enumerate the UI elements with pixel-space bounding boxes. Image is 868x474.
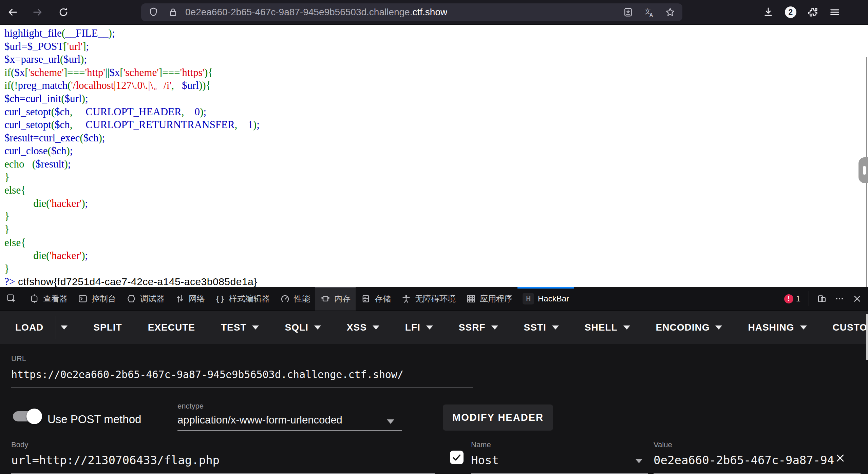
svg-text:{ }: { } [216, 295, 224, 303]
tab-style-editor[interactable]: { }样式编辑器 [210, 287, 275, 311]
caret-down-icon [252, 325, 259, 330]
pick-element-icon[interactable] [6, 293, 17, 304]
menu-label: SHELL [585, 322, 618, 333]
error-count-badge[interactable]: ! 1 [784, 294, 800, 303]
forward-icon[interactable] [32, 6, 43, 18]
content-scrollbar-thumb[interactable] [858, 157, 868, 183]
header-value-label: Value [654, 440, 672, 449]
tab-label: 性能 [294, 293, 310, 304]
tab-label: 应用程序 [480, 293, 512, 304]
enctype-label: enctype [177, 402, 204, 411]
code-line: curl_setopt($ch, CURLOPT_HEADER, 0); [4, 105, 868, 119]
url-text: 0e2ea660-2b65-467c-9a87-945e9b56503d.cha… [185, 7, 447, 18]
menu-lfi[interactable]: LFI [405, 322, 433, 333]
caret-down-icon [314, 325, 321, 330]
menu-execute[interactable]: EXECUTE [148, 322, 195, 333]
menu-ssti[interactable]: SSTI [524, 322, 559, 333]
code-line: $x=parse_url($url); [4, 53, 868, 66]
code-line: else{ [4, 236, 868, 250]
tab-console[interactable]: 控制台 [73, 287, 121, 311]
tab-performance[interactable]: 性能 [275, 287, 315, 311]
menu-label: SSRF [459, 322, 486, 333]
use-post-toggle[interactable] [13, 409, 42, 424]
code-line: curl_close($ch); [4, 144, 868, 158]
tab-label: HackBar [538, 294, 569, 303]
menu-test[interactable]: TEST [221, 322, 259, 333]
tab-label: 查看器 [43, 293, 68, 304]
extensions-puzzle-icon[interactable] [807, 6, 819, 18]
modify-header-button[interactable]: MODIFY HEADER [443, 404, 553, 431]
caret-down-icon [800, 325, 807, 330]
remove-header-icon[interactable] [834, 452, 846, 464]
responsive-mode-icon[interactable] [817, 294, 827, 303]
shield-icon[interactable] [148, 7, 159, 18]
devtools-tabbar: 查看器控制台调试器网络{ }样式编辑器性能内存存储无障碍环境应用程序HHackB… [0, 287, 868, 311]
menu-sqli[interactable]: SQLI [285, 322, 321, 333]
tab-storage[interactable]: 存储 [356, 287, 396, 311]
menu-label: LOAD [15, 322, 43, 333]
menu-custom[interactable]: CUSTOM [833, 322, 868, 333]
code-line: ?> ctfshow{fd7251d4-cae7-42ce-a145-ace3b… [4, 275, 868, 287]
application-icon [466, 294, 476, 304]
header-enabled-checkbox[interactable] [450, 451, 464, 464]
menu-divider [56, 316, 56, 339]
menu-encoding[interactable]: ENCODING [656, 322, 722, 333]
bookmark-star-icon[interactable] [665, 7, 676, 18]
code-line: } [4, 210, 868, 223]
menu-split[interactable]: SPLIT [93, 322, 122, 333]
menu-shell[interactable]: SHELL [585, 322, 630, 333]
save-page-icon[interactable] [623, 7, 634, 18]
url-input[interactable]: https://0e2ea660-2b65-467c-9a87-945e9b56… [11, 369, 403, 380]
menu-label: XSS [347, 322, 367, 333]
menu-load[interactable]: LOAD [15, 316, 68, 339]
code-line: if($x['scheme']==='http'||$x['scheme']==… [4, 66, 868, 79]
lock-icon[interactable] [168, 7, 178, 18]
tab-application[interactable]: 应用程序 [461, 287, 517, 311]
tab-label: 样式编辑器 [229, 293, 270, 304]
menu-hashing[interactable]: HASHING [748, 322, 807, 333]
tab-inspector[interactable]: 查看器 [24, 287, 73, 311]
tab-hackbar[interactable]: HHackBar [517, 287, 574, 311]
back-icon[interactable] [7, 6, 18, 18]
header-name-select[interactable]: Host [471, 453, 499, 467]
menu-label: TEST [221, 322, 247, 333]
reload-icon[interactable] [58, 6, 69, 18]
code-line: else{ [4, 184, 868, 197]
tab-label: 存储 [375, 293, 391, 304]
menu-hamburger-icon[interactable] [829, 6, 841, 18]
tab-accessibility[interactable]: 无障碍环境 [396, 287, 461, 311]
browser-toolbar: 0e2ea660-2b65-467c-9a87-945e9b56503d.cha… [0, 0, 868, 25]
menu-xss[interactable]: XSS [347, 322, 379, 333]
devtools-close-icon[interactable] [852, 294, 862, 303]
debugger-icon [126, 294, 136, 304]
caret-down-icon [623, 325, 630, 330]
tab-debugger[interactable]: 调试器 [121, 287, 170, 311]
header-value-input[interactable]: 0e2ea660-2b65-467c-9a87-94 [654, 453, 834, 467]
menu-label: SPLIT [93, 322, 122, 333]
extension-badge[interactable]: 2 [785, 6, 796, 18]
menu-label: EXECUTE [148, 322, 195, 333]
menu-ssrf[interactable]: SSRF [459, 322, 498, 333]
code-line: die('hacker'); [4, 249, 868, 262]
code-line: echo ($result); [4, 158, 868, 171]
code-line: curl_setopt($ch, CURLOPT_RETURNTRANSFER,… [4, 118, 868, 132]
caret-down-icon [715, 325, 722, 330]
enctype-select[interactable]: application/x-www-form-urlencoded [177, 414, 342, 426]
address-bar[interactable]: 0e2ea660-2b65-467c-9a87-945e9b56503d.cha… [141, 3, 682, 21]
error-icon: ! [784, 294, 793, 303]
downloads-icon[interactable] [762, 6, 774, 18]
code-line: $result=curl_exec($ch); [4, 132, 868, 145]
tab-network[interactable]: 网络 [170, 287, 210, 311]
devtools: 查看器控制台调试器网络{ }样式编辑器性能内存存储无障碍环境应用程序HHackB… [0, 287, 868, 474]
menu-label: LFI [405, 322, 420, 333]
tab-memory[interactable]: 内存 [315, 287, 356, 311]
accessibility-icon [401, 294, 411, 304]
panel-scrollbar-thumb[interactable] [866, 314, 868, 360]
body-input[interactable]: url=http://2130706433/flag.php [11, 453, 220, 467]
svg-text:A: A [649, 12, 653, 18]
translate-icon[interactable]: 文A [644, 7, 655, 18]
code-line: } [4, 262, 868, 276]
browser-window: 0e2ea660-2b65-467c-9a87-945e9b56503d.cha… [0, 0, 868, 474]
caret-down-icon[interactable] [61, 325, 68, 330]
devtools-options-icon[interactable] [835, 294, 844, 303]
